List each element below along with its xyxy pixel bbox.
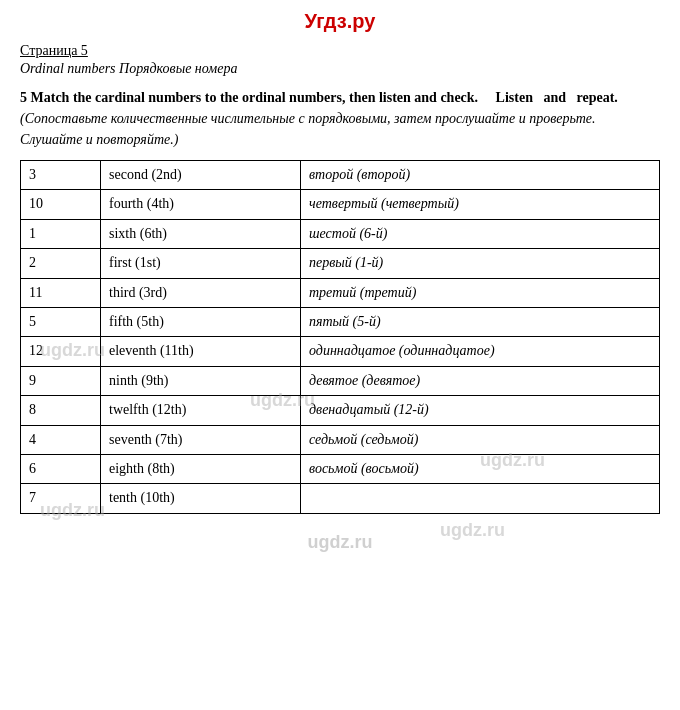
col-ordinal-en: seventh (7th) — [101, 425, 301, 454]
col-ordinal-ru: первый (1-й) — [301, 249, 660, 278]
col-ordinal-en: eleventh (11th) — [101, 337, 301, 366]
table-row: 10fourth (4th)четвертый (четвертый) — [21, 190, 660, 219]
col-cardinal: 12 — [21, 337, 101, 366]
col-ordinal-ru: пятый (5-й) — [301, 307, 660, 336]
col-ordinal-ru: второй (второй) — [301, 161, 660, 190]
col-ordinal-ru: третий (третий) — [301, 278, 660, 307]
col-cardinal: 1 — [21, 219, 101, 248]
col-ordinal-en: eighth (8th) — [101, 454, 301, 483]
col-cardinal: 5 — [21, 307, 101, 336]
col-ordinal-ru: шестой (6-й) — [301, 219, 660, 248]
col-ordinal-en: second (2nd) — [101, 161, 301, 190]
col-cardinal: 10 — [21, 190, 101, 219]
table-row: 8twelfth (12th)двенадцатый (12-й) — [21, 396, 660, 425]
table-row: 5fifth (5th)пятый (5-й) — [21, 307, 660, 336]
col-ordinal-en: fourth (4th) — [101, 190, 301, 219]
footer-watermark: ugdz.ru — [20, 532, 660, 553]
col-ordinal-en: third (3rd) — [101, 278, 301, 307]
col-cardinal: 3 — [21, 161, 101, 190]
table-row: 1sixth (6th)шестой (6-й) — [21, 219, 660, 248]
col-cardinal: 7 — [21, 484, 101, 513]
col-cardinal: 11 — [21, 278, 101, 307]
col-cardinal: 8 — [21, 396, 101, 425]
col-ordinal-en: fifth (5th) — [101, 307, 301, 336]
col-ordinal-en: twelfth (12th) — [101, 396, 301, 425]
col-ordinal-ru: восьмой (восьмой) — [301, 454, 660, 483]
col-ordinal-ru: девятое (девятое) — [301, 366, 660, 395]
col-ordinal-en: sixth (6th) — [101, 219, 301, 248]
col-ordinal-en: ninth (9th) — [101, 366, 301, 395]
col-ordinal-ru: двенадцатый (12-й) — [301, 396, 660, 425]
col-ordinal-ru: четвертый (четвертый) — [301, 190, 660, 219]
table-row: 3second (2nd)второй (второй) — [21, 161, 660, 190]
col-cardinal: 2 — [21, 249, 101, 278]
col-cardinal: 4 — [21, 425, 101, 454]
page-wrapper: Угдз.ру Страница 5 Ordinal numbers Поряд… — [20, 10, 660, 553]
table-row: 2first (1st)первый (1-й) — [21, 249, 660, 278]
table-row: 6eighth (8th)восьмой (восьмой) — [21, 454, 660, 483]
site-title: Угдз.ру — [20, 10, 660, 33]
section-title: Ordinal numbers Порядковые номера — [20, 61, 660, 77]
table-row: 4seventh (7th)седьмой (седьмой) — [21, 425, 660, 454]
task-description: 5 Match the cardinal numbers to the ordi… — [20, 87, 660, 150]
col-cardinal: 6 — [21, 454, 101, 483]
col-ordinal-ru — [301, 484, 660, 513]
table-row: 12eleventh (11th)одиннадцатое (одиннадца… — [21, 337, 660, 366]
task-italic: (Сопоставьте количественные числительные… — [20, 111, 596, 147]
page-label: Страница 5 — [20, 43, 660, 59]
table-row: 9ninth (9th)девятое (девятое) — [21, 366, 660, 395]
task-bold: 5 Match the cardinal numbers to the ordi… — [20, 90, 618, 105]
col-ordinal-ru: седьмой (седьмой) — [301, 425, 660, 454]
ordinal-numbers-table: 3second (2nd)второй (второй)10fourth (4t… — [20, 160, 660, 514]
table-row: 7tenth (10th) — [21, 484, 660, 513]
col-ordinal-en: tenth (10th) — [101, 484, 301, 513]
col-ordinal-en: first (1st) — [101, 249, 301, 278]
table-row: 11third (3rd)третий (третий) — [21, 278, 660, 307]
col-ordinal-ru: одиннадцатое (одиннадцатое) — [301, 337, 660, 366]
col-cardinal: 9 — [21, 366, 101, 395]
